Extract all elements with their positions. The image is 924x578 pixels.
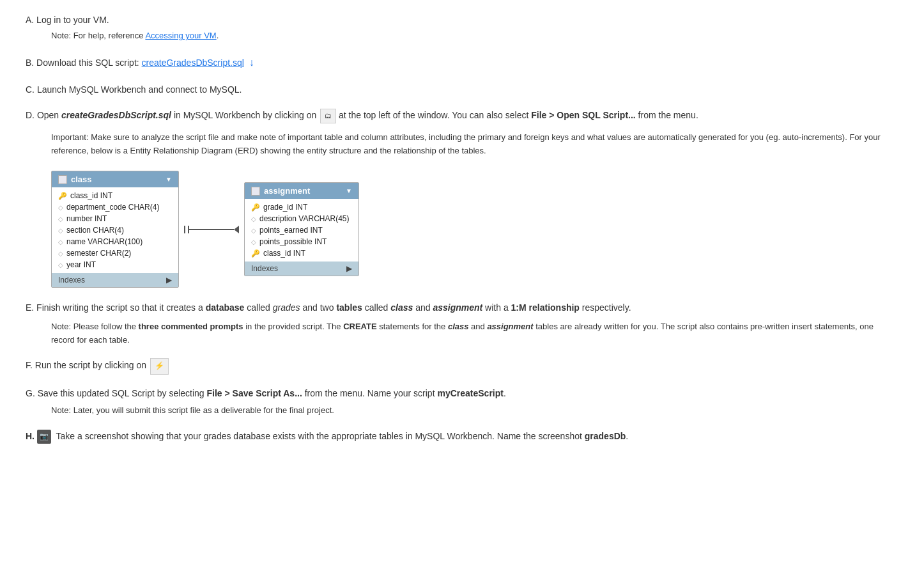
section-d-note-text: Important: Make sure to analyze the scri… [51,132,881,155]
assignment-field-text-1: description VARCHAR(45) [259,214,350,223]
section-g-start: G. Save this updated SQL Script by selec… [26,388,207,398]
section-h-text1: Take a screenshot showing that your grad… [56,431,585,441]
section-e-note-start: Note: Please follow the [51,322,139,331]
section-e-l2: called [244,302,272,313]
section-f-text: F. Run the script by clicking on [26,361,149,371]
section-d-menu: File > Open SQL Script... [531,110,636,120]
section-e-note-t2: in the provided script. The [243,322,344,331]
section-e-dbname: grades [273,302,300,313]
lightning-icon: ⚡ [155,361,164,370]
section-h: H. 📷 Take a screenshot showing that your… [26,429,898,444]
section-e-l6: with a [482,302,511,313]
assignment-field-3: ◇ points_possible INT [245,236,358,247]
section-g-note: Note: Later, you will submit this script… [26,404,898,418]
download-icon: ↓ [249,57,254,68]
section-g-note-text: Note: Later, you will submit this script… [51,405,334,415]
section-a-note: Note: For help, reference Accessing your… [26,29,898,43]
class-field-text-1: department_code CHAR(4) [66,203,159,212]
section-a-label: A. Log in to your VM. [26,13,898,27]
section-g: G. Save this updated SQL Script by selec… [26,386,898,418]
assignment-field-2: ◇ points_earned INT [245,224,358,236]
section-e-l4: called [362,302,390,313]
section-d-start: D. Open [26,110,61,120]
section-g-label: G. Save this updated SQL Script by selec… [26,386,898,400]
open-script-icon: 🗂 [320,109,336,124]
section-e-create: CREATE [343,322,376,331]
class-table-header: class ▼ [52,171,178,188]
assignment-field-1: ◇ description VARCHAR(45) [245,213,358,224]
assignment-table-arrow: ▼ [346,187,352,194]
section-c: C. Launch MySQL Workbench and connect to… [26,82,898,97]
section-e-label: E. Finish writing the script so that it … [26,301,898,315]
section-d-end: at the top left of the window. You can a… [336,110,531,120]
section-e-note-t4: and [468,322,487,331]
section-a: A. Log in to your VM. Note: For help, re… [26,13,898,43]
section-d-filename: createGradesDbScript.sql [61,110,171,120]
section-g-script-name: myCreateScript [437,388,504,398]
assignment-field-4: 🔑 class_id INT [245,247,358,259]
section-e-note-bold: three commented prompts [139,322,243,331]
class-field-5: ◇ semester CHAR(2) [52,247,178,259]
class-table-title: class [71,175,92,184]
section-e: E. Finish writing the script so that it … [26,301,898,347]
section-d: D. Open createGradesDbScript.sql in MySQ… [26,108,898,288]
section-e-l5: and [413,302,433,313]
section-e-assignment: assignment [433,302,482,313]
diamond-icon-2: ◇ [58,215,63,223]
accessing-vm-link[interactable]: Accessing your VM [145,31,216,40]
class-field-text-2: number INT [66,214,107,223]
assignment-table: assignment ▼ 🔑 grade_id INT ◇ descriptio… [244,182,359,277]
section-f: F. Run the script by clicking on ⚡ [26,358,898,374]
section-h-label: H. 📷 Take a screenshot showing that your… [26,429,898,444]
assignment-field-text-2: points_earned INT [259,226,323,235]
section-e-note-class: class [448,322,469,331]
relationship-connector [184,226,239,233]
class-field-text-0: class_id INT [70,191,112,200]
sql-script-link[interactable]: createGradesDbScript.sql [142,58,244,68]
section-h-text2: . [626,431,628,441]
class-field-1: ◇ department_code CHAR(4) [52,201,178,213]
section-f-label: F. Run the script by clicking on ⚡ [26,358,898,374]
diamond-icon-a1: ◇ [251,215,256,223]
assignment-field-text-0: grade_id INT [263,203,307,212]
section-e-note-t3: statements for the [377,322,448,331]
section-b: B. Download this SQL script: createGrade… [26,54,898,71]
assignment-table-title: assignment [264,186,310,196]
section-a-note-end: . [217,31,219,40]
class-table: class ▼ 🔑 class_id INT ◇ department_code… [51,171,179,288]
assignment-field-0: 🔑 grade_id INT [245,201,358,213]
assignment-table-body: 🔑 grade_id INT ◇ description VARCHAR(45)… [245,199,358,262]
assignment-table-header: assignment ▼ [245,183,358,199]
key-icon-a0: 🔑 [251,203,260,212]
fk-icon-a4: 🔑 [251,249,260,258]
section-d-final: from the menu. [636,110,698,120]
section-g-l3: . [504,388,506,398]
class-field-4: ◇ name VARCHAR(100) [52,236,178,247]
class-field-2: ◇ number INT [52,213,178,224]
section-a-note-text: Note: For help, reference [51,31,145,40]
section-h-letter: H. [26,431,35,441]
diamond-icon-4: ◇ [58,238,63,246]
diamond-icon-3: ◇ [58,227,63,234]
section-b-label: B. Download this SQL script: createGrade… [26,54,898,71]
section-g-l2: from the menu. Name your script [302,388,438,398]
class-table-arrow: ▼ [166,176,172,183]
class-field-text-5: semester CHAR(2) [66,249,131,258]
section-c-label: C. Launch MySQL Workbench and connect to… [26,82,898,97]
class-field-text-6: year INT [66,260,96,269]
assignment-field-text-3: points_possible INT [259,237,327,246]
diamond-icon-a3: ◇ [251,238,256,246]
section-e-tables: tables [336,302,362,313]
class-table-icon [58,175,67,184]
section-e-l7: respectively. [580,302,631,313]
section-h-screenshot-name: gradesDb [585,431,626,441]
assignment-indexes-label: Indexes [251,264,278,273]
class-field-6: ◇ year INT [52,259,178,270]
class-field-3: ◇ section CHAR(4) [52,224,178,236]
section-e-l3: and two [300,302,337,313]
section-e-start: E. Finish writing the script so that it … [26,302,206,313]
section-d-mid: in MySQL Workbench by clicking on [171,110,319,120]
section-e-rel: 1:M relationship [511,302,580,313]
section-c-text: C. Launch MySQL Workbench and connect to… [26,84,242,95]
class-indexes-arrow: ▶ [166,276,172,285]
